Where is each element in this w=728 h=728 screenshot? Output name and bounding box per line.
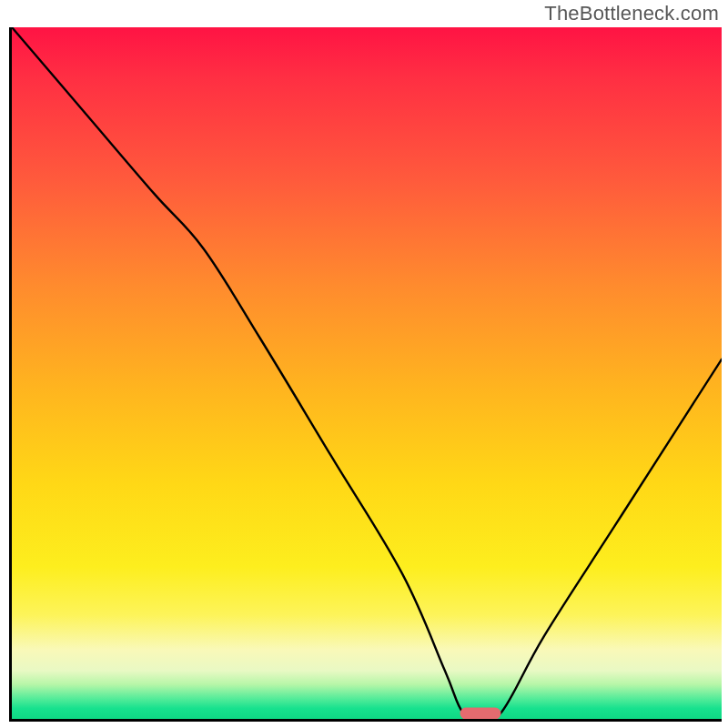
chart-container: TheBottleneck.com	[0, 0, 728, 728]
plot-area	[9, 27, 722, 722]
minimum-marker	[460, 707, 500, 719]
line-curve	[12, 27, 722, 719]
curve-path	[12, 27, 722, 719]
watermark-text: TheBottleneck.com	[544, 2, 719, 25]
